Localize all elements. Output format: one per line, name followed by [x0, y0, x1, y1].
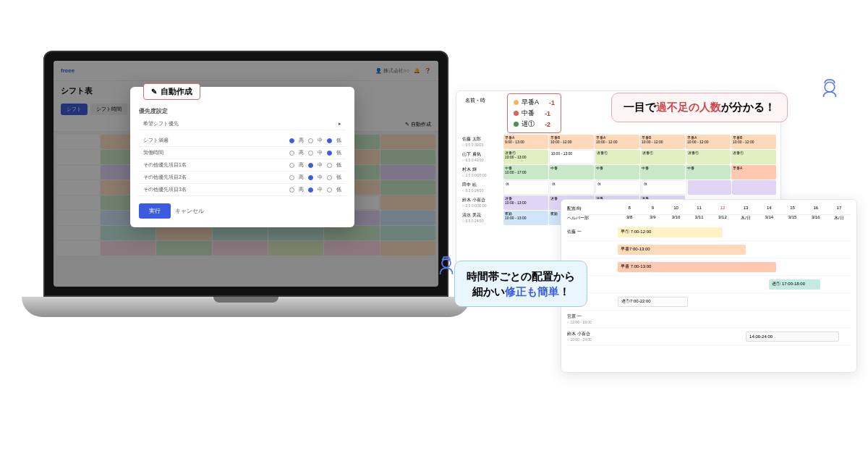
shift-bar[interactable]: 早番7:00-13:00 [618, 245, 746, 255]
radio-high[interactable] [289, 138, 294, 143]
modal-field[interactable]: シフト満遍 高 中 低 [139, 135, 346, 147]
auto-create-modal: ✎ 自動作成 優先度設定 希望シフト優先 ▸ シフト満遍 高 中 低 労働時間 … [130, 87, 354, 227]
help-icon[interactable]: ❓ [425, 68, 431, 74]
callout-shortage: 一目で過不足の人数が分かる！ [611, 93, 788, 122]
col-name: 名前・時 [465, 97, 494, 104]
modal-field[interactable]: その他優先項目1名 高 中 低 [139, 159, 346, 172]
svg-point-1 [442, 259, 451, 268]
chef-icon [817, 76, 842, 101]
radio-mid[interactable] [308, 138, 313, 143]
shift-bar[interactable]: 早番 7:00-13:00 [618, 262, 776, 272]
modal-field[interactable]: その他優先項目2名 高 中 低 [139, 172, 346, 184]
laptop-base [22, 297, 470, 317]
timeline-panel: 配置/時 8 9 10 11 12 13 14 15 16 17 ヘルパー部 3… [561, 199, 857, 373]
radio-low[interactable] [327, 138, 332, 143]
nurse-icon [434, 253, 459, 278]
app-header: freee 👤 株式会社○○ 🔔 ❓ [54, 61, 438, 81]
wand-icon: ✎ [151, 88, 157, 96]
shift-bar[interactable]: 早① 7:00-12:00 [618, 227, 723, 237]
submit-button[interactable]: 実行 [139, 203, 171, 219]
modal-section-label: 優先度設定 [139, 107, 346, 115]
timeline-row[interactable]: 宮原 一○ 12:00 - 18:00 [567, 311, 851, 328]
dot-icon [514, 111, 519, 116]
modal-field[interactable]: 希望シフト優先 ▸ [139, 118, 346, 130]
timeline-row[interactable]: 早退外 早番 7:00-13:00 [567, 258, 851, 276]
modal-title: ✎ 自動作成 [143, 83, 200, 100]
cancel-button[interactable]: キャンセル [175, 203, 204, 219]
timeline-row[interactable]: 早番7:00-13:00 [567, 241, 851, 258]
timeline-row[interactable]: 遅①7:00-22:00 [567, 293, 851, 311]
modal-field[interactable]: 労働時間 高 中 低 [139, 147, 346, 159]
shift-cell[interactable]: 早番A9:00 - 13:00 [503, 135, 548, 149]
tab-shift[interactable]: シフト [61, 104, 88, 115]
callout-edit: 時間帯ごとの配置から 細かい修正も簡単！ [454, 261, 587, 307]
user-badge[interactable]: 👤 株式会社○○ [375, 67, 409, 75]
timeline-row[interactable]: 佐藤 一 早① 7:00-12:00 [567, 224, 851, 241]
shift-bar[interactable]: 14:00-24:00 [746, 332, 839, 342]
shift-bar[interactable]: 遅①7:00-22:00 [618, 297, 688, 307]
auto-create-link[interactable]: ✎ 自動作成 [405, 121, 431, 128]
notification-icon[interactable]: 🔔 [414, 68, 420, 74]
timeline-header: 配置/時 8 9 10 11 12 13 14 15 16 17 [567, 206, 851, 215]
svg-point-0 [825, 83, 835, 93]
shift-bar[interactable]: 遅① 17:00-18:00 [769, 279, 820, 290]
timeline-row[interactable]: 鈴木 小百合○ 10:00 - 24:00 14:00-24:00 [567, 328, 851, 345]
timeline-row[interactable]: 遅① 17:00-18:00 [567, 276, 851, 293]
shortage-legend: 早番A-1 中番-1 遅①-2 [507, 93, 561, 133]
dot-icon [514, 122, 519, 127]
app-logo: freee [61, 67, 75, 74]
dot-icon [514, 100, 519, 105]
modal-field[interactable]: その他優先項目3名 高 中 低 [139, 184, 346, 196]
tab-shift-time[interactable]: シフト時間 [90, 104, 127, 115]
